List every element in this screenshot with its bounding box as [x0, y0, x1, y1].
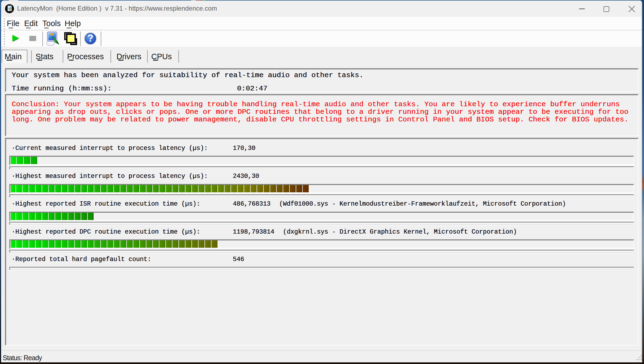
svg-text:?: ?	[87, 33, 93, 44]
